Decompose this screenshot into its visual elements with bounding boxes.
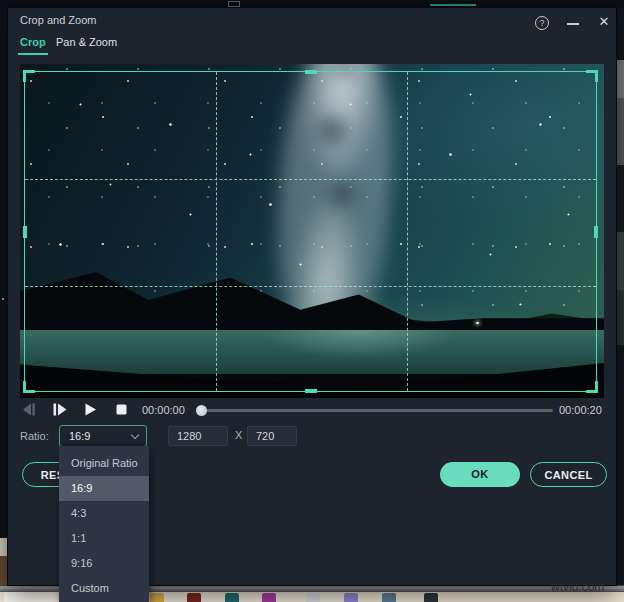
- background-star-fragment: [2, 298, 4, 300]
- background-thumb-fragment: [0, 556, 8, 585]
- play-icon[interactable]: [84, 403, 98, 416]
- next-frame-icon[interactable]: [53, 403, 67, 416]
- dropdown-option-16-9[interactable]: 16:9: [59, 476, 149, 501]
- screen: wtvid.com Crop and Zoom ? ✕ Crop Pan & Z…: [0, 0, 624, 602]
- crop-handle-top-right[interactable]: [586, 70, 598, 82]
- crop-handle-left[interactable]: [23, 226, 27, 238]
- taskbar-icon[interactable]: [225, 593, 239, 602]
- taskbar-icon[interactable]: [306, 593, 320, 602]
- tab-pan-zoom[interactable]: Pan & Zoom: [56, 36, 117, 48]
- help-icon[interactable]: ?: [535, 16, 549, 30]
- dialog-title: Crop and Zoom: [20, 8, 96, 33]
- video-preview: [20, 64, 604, 398]
- crop-handle-bottom-left[interactable]: [23, 381, 35, 393]
- background-teal-fragment: [430, 4, 476, 6]
- ratio-select[interactable]: 16:9: [59, 425, 147, 447]
- taskbar-icon[interactable]: [344, 593, 358, 602]
- crop-handle-top-left[interactable]: [23, 70, 35, 82]
- dropdown-option-1-1[interactable]: 1:1: [59, 526, 149, 551]
- taskbar-icon[interactable]: [262, 593, 276, 602]
- ratio-select-value: 16:9: [69, 430, 90, 442]
- width-field[interactable]: [168, 426, 228, 446]
- taskbar-icon[interactable]: [187, 593, 201, 602]
- watermark: wtvid.com: [551, 580, 621, 594]
- minimize-icon[interactable]: [567, 23, 579, 25]
- height-field[interactable]: [247, 426, 297, 446]
- crop-selection[interactable]: [24, 71, 597, 392]
- elapsed-time: 00:00:00: [142, 404, 185, 416]
- taskbar-icon[interactable]: [150, 593, 164, 602]
- ok-button[interactable]: OK: [440, 462, 520, 487]
- crop-handle-top[interactable]: [305, 70, 317, 74]
- dimension-separator: X: [235, 429, 242, 441]
- bright-stars: [20, 64, 21, 65]
- dropdown-option-original-ratio[interactable]: Original Ratio: [59, 451, 149, 476]
- crop-grid-line: [407, 72, 408, 391]
- stop-icon[interactable]: [116, 403, 130, 416]
- previous-frame-icon[interactable]: [22, 403, 36, 416]
- playback-controls: 00:00:00 00:00:20: [8, 398, 616, 424]
- ratio-dropdown-menu: Original Ratio 16:9 4:3 1:1 9:16 Custom: [59, 446, 149, 602]
- crop-handle-bottom-right[interactable]: [586, 381, 598, 393]
- crop-grid-line: [25, 179, 596, 180]
- total-duration: 00:00:20: [559, 404, 602, 416]
- dropdown-option-4-3[interactable]: 4:3: [59, 501, 149, 526]
- tab-bar: Crop Pan & Zoom: [8, 32, 616, 64]
- crop-grid-line: [216, 72, 217, 391]
- tab-crop[interactable]: Crop: [20, 36, 46, 48]
- seek-handle[interactable]: [196, 405, 207, 416]
- dropdown-option-custom[interactable]: Custom: [59, 576, 149, 601]
- cancel-button[interactable]: CANCEL: [530, 462, 607, 487]
- close-icon[interactable]: ✕: [597, 15, 611, 29]
- background-left-sliver: [0, 8, 8, 585]
- crop-handle-right[interactable]: [594, 226, 598, 238]
- taskbar-icon[interactable]: [424, 593, 438, 602]
- dropdown-option-9-16[interactable]: 9:16: [59, 551, 149, 576]
- crop-grid-line: [25, 286, 596, 287]
- background-right-sliver: [616, 8, 624, 585]
- dialog-titlebar: Crop and Zoom ? ✕: [8, 8, 616, 32]
- background-top-strip: [0, 0, 624, 8]
- background-box-fragment: [228, 1, 240, 7]
- chevron-down-icon: [131, 431, 139, 439]
- seek-slider[interactable]: [197, 409, 553, 412]
- crop-handle-bottom[interactable]: [305, 389, 317, 393]
- background-thumb-fragment: [0, 538, 8, 556]
- taskbar-icon[interactable]: [382, 593, 396, 602]
- ratio-label: Ratio:: [20, 430, 49, 442]
